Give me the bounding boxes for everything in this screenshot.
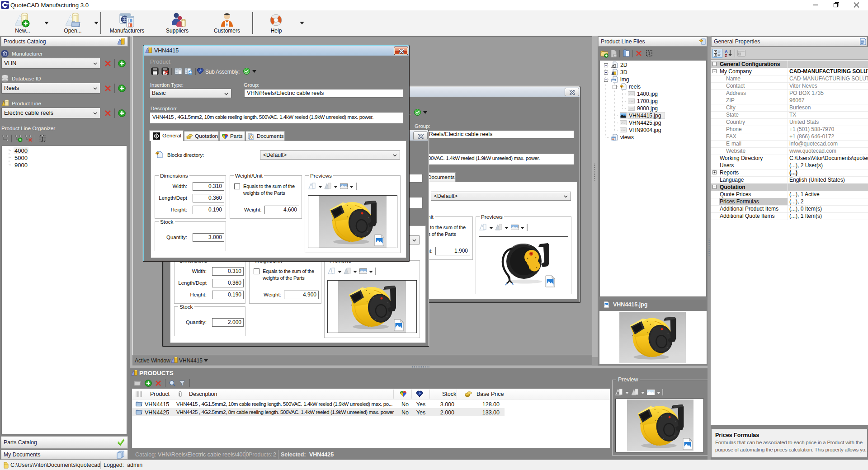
svg-text:Z: Z (725, 53, 727, 57)
